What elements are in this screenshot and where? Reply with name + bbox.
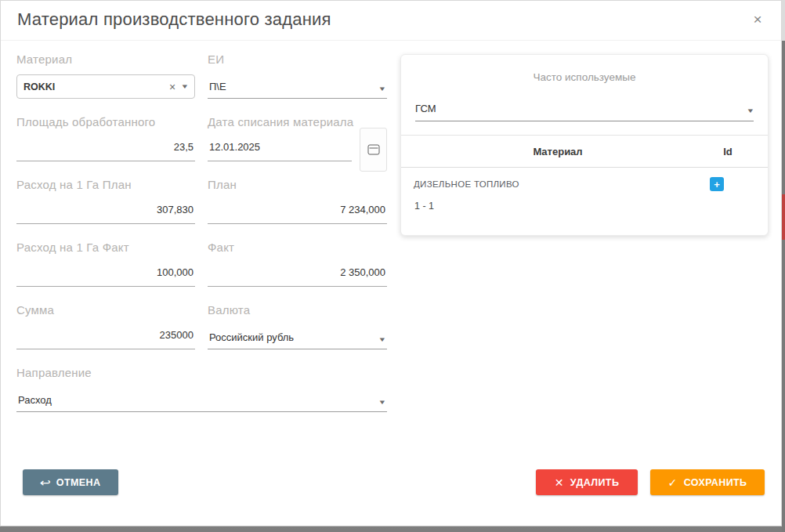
calendar-icon (367, 145, 379, 155)
chevron-down-icon: ▼ (378, 337, 387, 343)
currency-value: Российский рубль (209, 331, 379, 343)
date-input[interactable] (208, 137, 352, 161)
area-label: Площадь обработанного (16, 115, 195, 131)
dialog-title: Материал производственного задания (17, 9, 331, 30)
x-icon: ✕ (555, 477, 564, 488)
material-combobox[interactable]: ROKKI × ▼ (16, 74, 195, 99)
fact-input[interactable] (208, 262, 387, 287)
dialog-header: Материал производственного задания × (1, 1, 781, 41)
material-cell: ДИЗЕЛЬНОЕ ТОПЛИВО (414, 179, 704, 189)
field-fact: Факт (208, 241, 387, 287)
plan-input[interactable] (208, 200, 387, 224)
unit-select[interactable]: П\Е ▼ (208, 74, 387, 99)
column-header-material: Материал (412, 146, 704, 157)
save-label: СОХРАНИТЬ (684, 477, 747, 488)
delete-button[interactable]: ✕ УДАЛИТЬ (536, 469, 638, 495)
direction-label: Направление (16, 366, 387, 382)
material-task-dialog: Материал производственного задания × Мат… (0, 0, 782, 527)
delete-label: УДАЛИТЬ (570, 477, 619, 488)
material-form: Материал ROKKI × ▼ ЕИ П\Е ▼ (16, 52, 387, 429)
field-direction: Направление Расход ▼ (16, 366, 387, 412)
close-icon[interactable]: × (748, 10, 767, 29)
screen-background: Материал производственного задания × Мат… (0, 0, 785, 532)
sum-label: Сумма (16, 303, 195, 319)
fact-label: Факт (208, 241, 387, 256)
check-icon: ✓ (668, 477, 678, 488)
chevron-down-icon[interactable]: ▼ (181, 84, 190, 90)
unit-label: ЕИ (208, 52, 387, 68)
pagination-label: 1 - 1 (401, 196, 768, 212)
background-edge-red-accent (782, 194, 785, 240)
currency-select[interactable]: Российский рубль ▼ (208, 325, 387, 349)
direction-value: Расход (18, 394, 379, 406)
add-material-button[interactable]: + (710, 177, 724, 191)
cancel-label: ОТМЕНА (56, 477, 101, 488)
table-header-row: Материал Id (401, 136, 768, 168)
field-sum: Сумма (16, 303, 195, 349)
field-area: Площадь обработанного (16, 115, 195, 161)
rate-plan-input[interactable] (16, 200, 195, 224)
undo-icon: ↩ (39, 477, 51, 488)
material-value: ROKKI (24, 81, 169, 92)
field-material: Материал ROKKI × ▼ (16, 52, 195, 99)
clear-icon[interactable]: × (169, 81, 175, 92)
chevron-down-icon: ▼ (378, 400, 387, 406)
unit-value: П\Е (209, 81, 379, 92)
dialog-footer: ↩ ОТМЕНА ✕ УДАЛИТЬ ✓ СОХРАНИТЬ (1, 469, 781, 495)
column-header-id: Id (704, 146, 752, 157)
cancel-button[interactable]: ↩ ОТМЕНА (23, 469, 118, 495)
chevron-down-icon: ▼ (378, 86, 387, 92)
field-rate-plan: Расход на 1 Га План (16, 178, 195, 224)
rate-fact-label: Расход на 1 Га Факт (16, 241, 195, 256)
plan-label: План (208, 178, 387, 194)
frequently-used-panel: Часто используемые ГСМ ▼ Материал Id ДИЗ… (400, 54, 769, 236)
save-button[interactable]: ✓ СОХРАНИТЬ (650, 469, 765, 495)
area-input[interactable] (16, 137, 195, 161)
background-page-edge (782, 0, 785, 532)
rate-fact-input[interactable] (16, 262, 195, 287)
table-row: ДИЗЕЛЬНОЕ ТОПЛИВО + (401, 168, 768, 196)
sum-input[interactable] (16, 325, 195, 349)
category-value: ГСМ (415, 103, 747, 114)
currency-label: Валюта (208, 303, 387, 319)
field-plan: План (208, 178, 387, 224)
field-writeoff-date: Дата списания материала (208, 115, 387, 161)
frequently-used-title: Часто используемые (401, 71, 768, 83)
category-select[interactable]: ГСМ ▼ (415, 101, 754, 121)
field-currency: Валюта Российский рубль ▼ (208, 303, 387, 349)
background-edge-light (782, 0, 785, 41)
rate-plan-label: Расход на 1 Га План (16, 178, 195, 194)
calendar-button[interactable] (360, 128, 387, 172)
material-label: Материал (16, 52, 195, 68)
plus-icon: + (714, 179, 720, 190)
direction-select[interactable]: Расход ▼ (16, 388, 387, 412)
chevron-down-icon: ▼ (747, 108, 755, 114)
field-rate-fact: Расход на 1 Га Факт (16, 241, 195, 287)
frequently-used-table: Материал Id ДИЗЕЛЬНОЕ ТОПЛИВО + 1 - 1 (401, 135, 768, 212)
field-unit: ЕИ П\Е ▼ (208, 52, 387, 99)
